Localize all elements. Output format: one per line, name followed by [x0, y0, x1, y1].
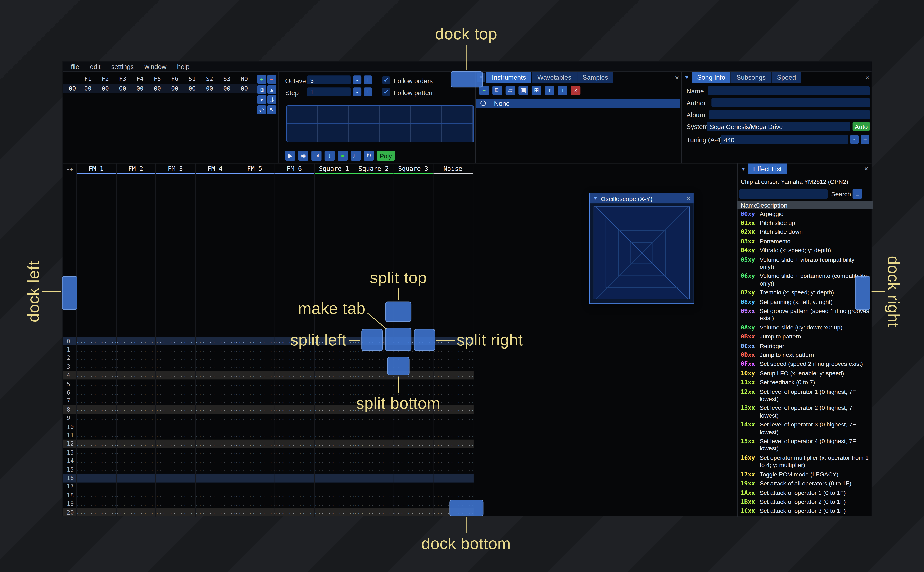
tab-subsongs[interactable]: Subsongs [731, 72, 771, 82]
pattern-cell[interactable]: ... .. .. .. [274, 406, 314, 412]
pattern-cell[interactable]: ... .. .. .. [314, 509, 354, 515]
album-field[interactable] [709, 110, 870, 119]
pattern-cell[interactable]: ... .. .. .. [76, 338, 116, 344]
effect-list-menu-button[interactable]: ≡ [853, 189, 862, 199]
duplicate-instrument-button[interactable]: ⧉ [492, 86, 502, 95]
pattern-cell[interactable]: ... .. .. .. [274, 501, 314, 507]
pattern-cell[interactable]: ... .. .. .. [76, 483, 116, 490]
order-value-cell[interactable]: 00 [79, 85, 97, 92]
pattern-cell[interactable]: ... .. .. .. [195, 364, 235, 370]
pattern-cell[interactable]: ... .. .. .. [235, 492, 274, 498]
pattern-cell[interactable]: ... .. .. .. [156, 483, 195, 490]
pattern-cell[interactable]: ... .. .. .. [314, 355, 354, 361]
pattern-cell[interactable]: ... .. .. .. [314, 441, 354, 446]
effect-row-13xx[interactable]: 13xxSet level of operator 2 (0 highest, … [737, 404, 873, 420]
pattern-row-10[interactable]: 10... .. .. ..... .. .. ..... .. .. ....… [63, 422, 474, 431]
oscilloscope-collapse-icon[interactable]: ▼ [593, 196, 598, 201]
pattern-row-21[interactable]: 21... .. .. ..... .. .. ..... .. .. ....… [63, 516, 474, 517]
pattern-cell[interactable]: ... .. .. .. [195, 389, 235, 395]
channel-header-fm-1[interactable]: FM 1 [76, 163, 116, 174]
pattern-cell[interactable]: ... .. .. .. [274, 466, 314, 472]
pattern-cell[interactable]: ... .. .. .. [393, 381, 433, 387]
effect-row-15xx[interactable]: 15xxSet level of operator 4 (0 highest, … [737, 437, 873, 454]
pattern-cell[interactable]: ... .. .. .. [116, 475, 156, 481]
pattern-cell[interactable]: ... .. .. .. [156, 501, 195, 507]
pattern-cell[interactable]: ... .. .. .. [235, 381, 274, 387]
pattern-cell[interactable]: ... .. .. .. [116, 501, 156, 507]
menu-item-window[interactable]: window [139, 61, 172, 72]
tab-wavetables[interactable]: Wavetables [532, 72, 577, 82]
song-info-close-icon[interactable]: × [863, 74, 872, 82]
pattern-cell[interactable]: ... .. .. .. [195, 441, 235, 446]
pattern-row-3[interactable]: 3... .. .. ..... .. .. ..... .. .. .....… [63, 362, 474, 371]
pattern-cell[interactable]: ... .. .. .. [235, 458, 274, 464]
pattern-cell[interactable]: ... .. .. .. [195, 501, 235, 507]
split-target-bottom[interactable] [387, 357, 410, 375]
pattern-cell[interactable]: ... .. .. .. [393, 501, 433, 507]
pattern-cell[interactable]: ... .. .. .. [116, 381, 156, 387]
pattern-cell[interactable]: ... .. .. .. [274, 372, 314, 378]
pattern-cell[interactable]: ... .. .. .. [156, 415, 195, 421]
pattern-cell[interactable]: ... .. .. .. [156, 372, 195, 378]
pattern-cell[interactable]: ... .. .. .. [235, 415, 274, 421]
pattern-cell[interactable]: ... .. .. .. [274, 364, 314, 370]
make-tab-target[interactable] [385, 328, 411, 351]
pattern-cell[interactable]: ... .. .. .. [116, 492, 156, 498]
pattern-cell[interactable]: ... .. .. .. [156, 441, 195, 446]
pattern-cell[interactable]: ... .. .. .. [195, 347, 235, 353]
effect-row-1Bxx[interactable]: 1BxxSet attack of operator 2 (0 to 1F) [737, 497, 873, 507]
move-order-up-button[interactable]: ▴ [267, 85, 276, 94]
pattern-cell[interactable]: ... .. .. .. [354, 449, 393, 455]
pattern-cell[interactable]: ... .. .. .. [76, 364, 116, 370]
pattern-cell[interactable]: ... .. .. .. [274, 492, 314, 498]
tab-instruments[interactable]: Instruments [486, 72, 531, 82]
pattern-cell[interactable]: ... .. .. .. [76, 415, 116, 421]
dock-target-left[interactable] [62, 276, 78, 310]
pattern-cell[interactable]: ... .. .. .. [156, 492, 195, 498]
duplicate-order-end-button[interactable]: ⇊ [267, 95, 276, 104]
pattern-cell[interactable]: ... .. .. .. [433, 492, 473, 498]
pattern-cell[interactable]: ... .. .. .. [433, 432, 473, 438]
pattern-cell[interactable]: ... .. .. .. [314, 381, 354, 387]
pattern-row-15[interactable]: 15... .. .. ..... .. .. ..... .. .. ....… [63, 465, 474, 474]
pattern-cell[interactable]: ... .. .. .. [235, 372, 274, 378]
pattern-cell[interactable]: ... .. .. .. [76, 466, 116, 472]
pattern-cell[interactable]: ... .. .. .. [156, 398, 195, 404]
pattern-cell[interactable]: ... .. .. .. [116, 355, 156, 361]
pattern-cell[interactable]: ... .. .. .. [116, 449, 156, 455]
split-target-right[interactable] [414, 329, 435, 351]
pattern-cell[interactable]: ... .. .. .. [314, 372, 354, 378]
piano-widget[interactable] [287, 106, 474, 142]
pattern-cell[interactable]: ... .. .. .. [76, 372, 116, 378]
instruments-close-icon[interactable]: × [673, 74, 681, 82]
play-button[interactable]: ▶ [285, 151, 295, 160]
tab-effect-list[interactable]: Effect List [748, 163, 787, 174]
channel-header-noise[interactable]: Noise [433, 163, 473, 174]
pattern-cell[interactable]: ... .. .. .. [354, 466, 393, 472]
pattern-cell[interactable]: ... .. .. .. [274, 355, 314, 361]
pattern-cell[interactable]: ... .. .. .. [116, 364, 156, 370]
pattern-cell[interactable]: ... .. .. .. [354, 458, 393, 464]
pattern-cell[interactable]: ... .. .. .. [116, 424, 156, 429]
effect-list-close-icon[interactable]: × [862, 165, 870, 173]
pattern-row-18[interactable]: 18... .. .. ..... .. .. ..... .. .. ....… [63, 491, 474, 499]
menu-item-help[interactable]: help [172, 61, 195, 72]
pattern-cell[interactable]: ... .. .. .. [393, 492, 433, 498]
piano-lower-octaves[interactable] [287, 124, 473, 141]
effect-list-collapse-icon[interactable]: ▼ [739, 165, 747, 174]
pattern-row-16[interactable]: 16... .. .. ..... .. .. ..... .. .. ....… [63, 474, 474, 482]
order-value-cell[interactable]: 00 [97, 85, 114, 92]
step-minus-button[interactable]: - [353, 87, 361, 96]
metronome-button[interactable]: ♩ [351, 151, 361, 160]
pattern-cell[interactable]: ... .. .. .. [195, 381, 235, 387]
pattern-cell[interactable]: ... .. .. .. [235, 347, 274, 353]
delete-instrument-button[interactable]: × [571, 86, 581, 95]
pattern-cell[interactable]: ... .. .. .. [274, 424, 314, 429]
system-auto-button[interactable]: Auto [853, 122, 870, 131]
effect-row-03xx[interactable]: 03xxPortamento [737, 237, 873, 246]
pattern-cell[interactable]: ... .. .. .. [195, 475, 235, 481]
pattern-cell[interactable]: ... .. .. .. [195, 415, 235, 421]
repeat-pattern-button[interactable]: ↻ [364, 151, 374, 160]
effect-row-1Axx[interactable]: 1AxxSet attack of operator 1 (0 to 1F) [737, 488, 873, 497]
pattern-cell[interactable]: ... .. .. .. [156, 509, 195, 515]
